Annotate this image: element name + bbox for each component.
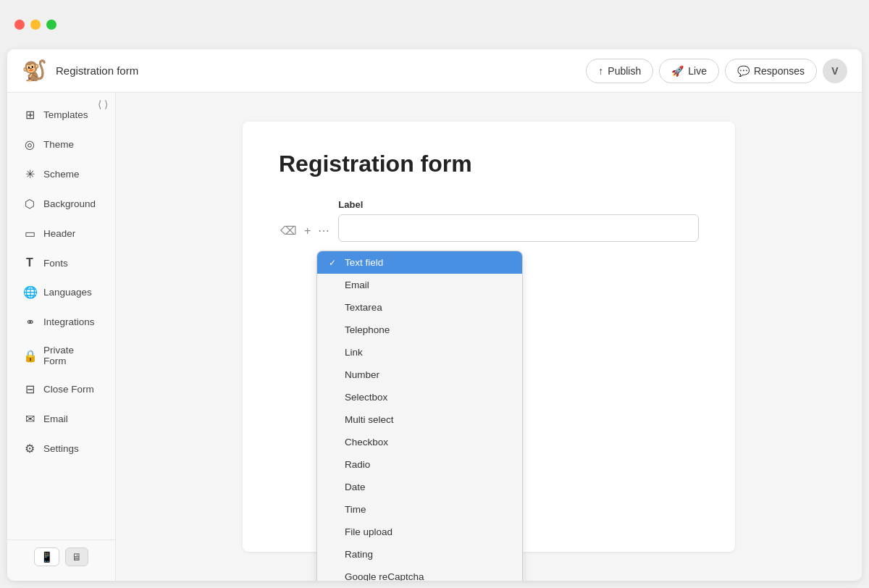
user-avatar-button[interactable]: V <box>823 59 847 83</box>
publish-icon: ↑ <box>598 65 603 77</box>
dropdown-item-email[interactable]: Email <box>317 274 522 296</box>
sidebar-item-email[interactable]: ✉ Email <box>12 405 111 433</box>
form-canvas: Registration form ⌫ + ⋯ Label <box>243 122 735 552</box>
sidebar: ⟨ ⟩ ⊞ Templates ◎ Theme ✳ Scheme ⬡ Backg… <box>7 93 116 581</box>
dropdown-item-selectbox[interactable]: Selectbox <box>317 386 522 408</box>
app-logo: 🐒 <box>22 59 47 83</box>
traffic-lights <box>14 20 56 30</box>
scheme-icon: ✳ <box>23 167 36 181</box>
minimize-window-button[interactable] <box>30 20 41 30</box>
sidebar-item-header[interactable]: ▭ Header <box>12 219 111 248</box>
dropdown-item-textarea[interactable]: Textarea <box>317 296 522 319</box>
dropdown-item-radio[interactable]: Radio <box>317 453 522 476</box>
live-icon: 🚀 <box>671 65 684 77</box>
header-icon: ▭ <box>23 227 36 240</box>
dropdown-item-telephone[interactable]: Telephone <box>317 319 522 341</box>
checkmark-icon: ✓ <box>329 258 339 268</box>
fonts-icon: T <box>23 256 36 269</box>
main-area: ⟨ ⟩ ⊞ Templates ◎ Theme ✳ Scheme ⬡ Backg… <box>7 93 862 581</box>
templates-icon: ⊞ <box>23 108 36 122</box>
dropdown-item-link[interactable]: Link <box>317 341 522 364</box>
dropdown-item-google-recaptcha[interactable]: Google reCaptcha <box>317 566 522 581</box>
delete-field-button[interactable]: ⌫ <box>279 222 298 239</box>
live-button[interactable]: 🚀 Live <box>659 59 719 83</box>
mobile-view-button[interactable]: 📱 <box>34 547 59 566</box>
dropdown-item-checkbox[interactable]: Checkbox <box>317 431 522 453</box>
background-icon: ⬡ <box>23 197 36 211</box>
email-icon: ✉ <box>23 412 36 426</box>
sidebar-item-settings[interactable]: ⚙ Settings <box>12 434 111 463</box>
add-field-button[interactable]: + <box>303 222 312 239</box>
field-actions: ⌫ + ⋯ <box>279 199 331 239</box>
sidebar-item-private-form[interactable]: 🔒 Private Form <box>12 337 111 374</box>
dropdown-item-multi-select[interactable]: Multi select <box>317 408 522 431</box>
app-window: 🐒 Registration form ↑ Publish 🚀 Live 💬 R… <box>7 49 862 581</box>
sidebar-toggle-button[interactable]: ⟨ ⟩ <box>98 98 108 110</box>
publish-button[interactable]: ↑ Publish <box>586 59 653 83</box>
field-type-dropdown: ✓ Text field Email Textarea <box>316 251 699 581</box>
sidebar-item-scheme[interactable]: ✳ Scheme <box>12 160 111 188</box>
sidebar-item-close-form[interactable]: ⊟ Close Form <box>12 375 111 403</box>
title-bar <box>0 0 869 49</box>
field-label: Label <box>338 199 699 210</box>
field-wrapper: Label <box>338 199 699 242</box>
dropdown-item-text-field[interactable]: ✓ Text field <box>317 251 522 274</box>
sidebar-item-templates[interactable]: ⊞ Templates <box>12 101 111 129</box>
app-header: 🐒 Registration form ↑ Publish 🚀 Live 💬 R… <box>7 49 862 93</box>
content-area: Registration form ⌫ + ⋯ Label <box>116 93 862 581</box>
dropdown-item-number[interactable]: Number <box>317 364 522 386</box>
desktop-view-button[interactable]: 🖥 <box>65 547 88 566</box>
sidebar-item-fonts[interactable]: T Fonts <box>12 249 111 277</box>
responses-icon: 💬 <box>737 65 750 77</box>
field-row: ⌫ + ⋯ Label <box>279 199 699 242</box>
field-input[interactable] <box>338 214 699 242</box>
maximize-window-button[interactable] <box>46 20 56 30</box>
dropdown-item-date[interactable]: Date <box>317 476 522 498</box>
close-form-icon: ⊟ <box>23 382 36 396</box>
dropdown-item-time[interactable]: Time <box>317 498 522 521</box>
theme-icon: ◎ <box>23 138 36 151</box>
more-options-button[interactable]: ⋯ <box>316 222 331 239</box>
sidebar-item-background[interactable]: ⬡ Background <box>12 190 111 218</box>
responses-button[interactable]: 💬 Responses <box>725 59 817 83</box>
view-toggles: 📱 🖥 <box>7 539 115 574</box>
header-actions: ↑ Publish 🚀 Live 💬 Responses V <box>586 59 847 83</box>
close-window-button[interactable] <box>14 20 25 30</box>
sidebar-item-languages[interactable]: 🌐 Languages <box>12 278 111 306</box>
sidebar-item-theme[interactable]: ◎ Theme <box>12 130 111 159</box>
form-title: Registration form <box>279 151 699 177</box>
private-form-icon: 🔒 <box>23 349 36 363</box>
dropdown-item-rating[interactable]: Rating <box>317 543 522 566</box>
dropdown-list: ✓ Text field Email Textarea <box>316 251 523 581</box>
app-title: Registration form <box>56 64 577 77</box>
dropdown-item-file-upload[interactable]: File upload <box>317 521 522 543</box>
settings-icon: ⚙ <box>23 442 36 455</box>
sidebar-item-integrations[interactable]: ⚭ Integrations <box>12 308 111 336</box>
languages-icon: 🌐 <box>23 285 36 299</box>
integrations-icon: ⚭ <box>23 315 36 329</box>
